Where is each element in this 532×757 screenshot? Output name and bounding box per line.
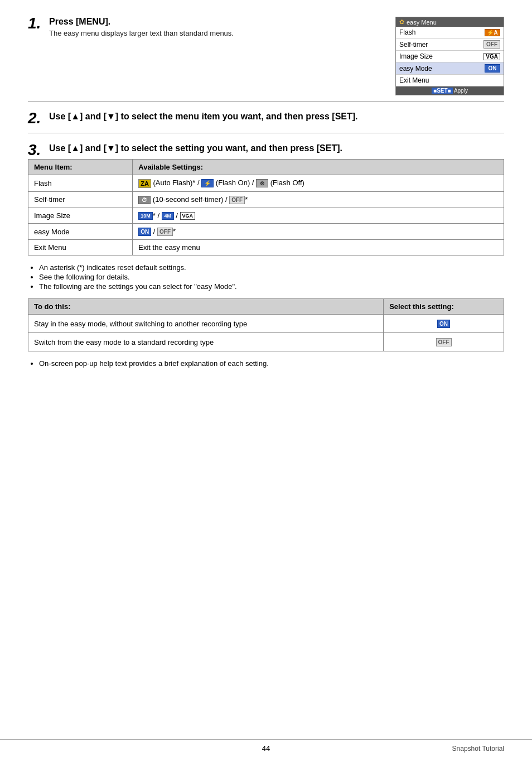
timer-icon: ⏱ (138, 196, 151, 204)
bullet-easymode-settings: The following are the settings you can s… (39, 282, 504, 291)
table-cell-exitmenu-settings: Exit the easy menu (133, 240, 504, 255)
step-2-content: Use [▲] and [▼] to select the menu item … (49, 112, 504, 122)
table-cell-imagesize-settings: 10M* / 4M / VGA (133, 208, 504, 224)
easymode-setting-table: To do this: Select this setting: Stay in… (28, 298, 504, 351)
flash-off-icon: ⊗ (256, 179, 268, 187)
menu-row-selftimer-label: Self-timer (399, 41, 428, 49)
step-2: 2. Use [▲] and [▼] to select the menu it… (28, 107, 504, 133)
menu-row-selftimer-badge: OFF (483, 40, 500, 49)
table-cell-easymode-item: easy Mode (28, 224, 133, 240)
menu-row-flash-badge: ⚡A (485, 29, 500, 36)
table-row-selftimer: Self-timer ⏱ (10-second self-timer) / OF… (28, 191, 504, 208)
setting-cell-switch-setting: OFF (384, 333, 504, 351)
bullet-see-following: See the following for details. (39, 273, 504, 281)
table-cell-exitmenu-item: Exit Menu (28, 240, 133, 255)
page-content: 1. Press [MENU]. The easy menu displays … (28, 17, 504, 368)
table-row-flash: Flash ZA (Auto Flash)* / ⚡ (Flash On) / … (28, 175, 504, 192)
easy-off-icon: OFF (157, 228, 173, 236)
table-cell-flash-item: Flash (28, 175, 133, 192)
menu-row-imagesize-badge: VGA (483, 53, 500, 60)
table-cell-selftimer-settings: ⏱ (10-second self-timer) / OFF* (133, 191, 504, 208)
footer-bullet: On-screen pop-up help text provides a br… (39, 359, 504, 368)
menu-footer: ■SET■ Apply (396, 86, 504, 95)
page-section: Snapshot Tutorial (452, 745, 504, 753)
step-1-title: Press [MENU]. (49, 17, 384, 27)
page-number: 44 (28, 744, 504, 753)
menu-row-flash: Flash ⚡A (396, 27, 504, 38)
setting-row-switch: Switch from the easy mode to a standard … (28, 333, 504, 351)
menu-row-easymode: easy Mode ON (396, 62, 504, 75)
page-footer: 44 Snapshot Tutorial (0, 739, 532, 757)
size-4m-icon: 4M (162, 212, 174, 220)
step-2-number: 2. (28, 109, 49, 127)
size-10m-icon: 10M (138, 212, 153, 220)
step-3-number: 3. (28, 141, 49, 159)
table-row-easymode: easy Mode ON / OFF* (28, 224, 504, 240)
settings-table: Menu Item: Available Settings: Flash ZA … (28, 159, 504, 255)
menu-header: ✿ easy Menu (396, 17, 504, 27)
flash-auto-icon: ZA (138, 179, 151, 188)
step-3-area: 3. Use [▲] and [▼] to select the setting… (28, 139, 504, 368)
bullets-list: An asterisk (*) indicates reset default … (28, 263, 504, 291)
setting-cell-stay-desc: Stay in the easy mode, without switching… (28, 315, 384, 333)
menu-row-exitmenu: Exit Menu (396, 75, 504, 86)
step-1: 1. Press [MENU]. The easy menu displays … (28, 17, 504, 102)
table-row-exitmenu: Exit Menu Exit the easy menu (28, 240, 504, 255)
menu-row-exitmenu-label: Exit Menu (399, 76, 429, 84)
table-cell-easymode-settings: ON / OFF* (133, 224, 504, 240)
step-1-content: Press [MENU]. The easy menu displays lar… (49, 17, 504, 95)
menu-row-imagesize: Image Size VGA (396, 51, 504, 62)
flash-on-icon: ⚡ (201, 179, 214, 187)
setting-off-badge: OFF (436, 338, 452, 346)
step-2-title: Use [▲] and [▼] to select the menu item … (49, 112, 504, 122)
setting-table-col2: Select this setting: (384, 299, 504, 315)
table-row-imagesize: Image Size 10M* / 4M / VGA (28, 208, 504, 224)
setting-row-stay: Stay in the easy mode, without switching… (28, 315, 504, 333)
settings-table-col1: Menu Item: (28, 160, 133, 175)
table-cell-imagesize-item: Image Size (28, 208, 133, 224)
menu-apply-label: Apply (454, 88, 468, 94)
timer-off-icon: OFF (229, 196, 245, 204)
easy-menu-screenshot: ✿ easy Menu Flash ⚡A Self-timer OFF (395, 17, 504, 95)
menu-row-easymode-badge: ON (485, 64, 500, 73)
menu-row-imagesize-label: Image Size (399, 52, 433, 60)
settings-table-col2: Available Settings: (133, 160, 504, 175)
menu-header-label: easy Menu (407, 19, 437, 26)
step-1-desc: The easy menu displays larger text than … (49, 29, 384, 37)
menu-row-selftimer: Self-timer OFF (396, 38, 504, 51)
setting-cell-stay-setting: ON (384, 315, 504, 333)
menu-row-easymode-label: easy Mode (399, 65, 432, 73)
step-3-header: 3. Use [▲] and [▼] to select the setting… (28, 143, 504, 159)
footer-bullets: On-screen pop-up help text provides a br… (28, 359, 504, 368)
table-cell-selftimer-item: Self-timer (28, 191, 133, 208)
bullet-asterisk: An asterisk (*) indicates reset default … (39, 263, 504, 272)
menu-star-icon: ✿ (399, 18, 404, 26)
table-cell-flash-settings: ZA (Auto Flash)* / ⚡ (Flash On) / ⊗ (Fla… (133, 175, 504, 192)
step-3-title: Use [▲] and [▼] to select the setting yo… (49, 143, 342, 153)
setting-table-col1: To do this: (28, 299, 384, 315)
setting-on-badge: ON (437, 320, 450, 328)
menu-row-flash-label: Flash (399, 28, 415, 36)
menu-set-label: ■SET■ (432, 88, 453, 94)
size-vga-icon: VGA (180, 212, 196, 220)
easy-on-icon: ON (138, 228, 151, 236)
step-1-number: 1. (28, 15, 49, 32)
setting-cell-switch-desc: Switch from the easy mode to a standard … (28, 333, 384, 351)
